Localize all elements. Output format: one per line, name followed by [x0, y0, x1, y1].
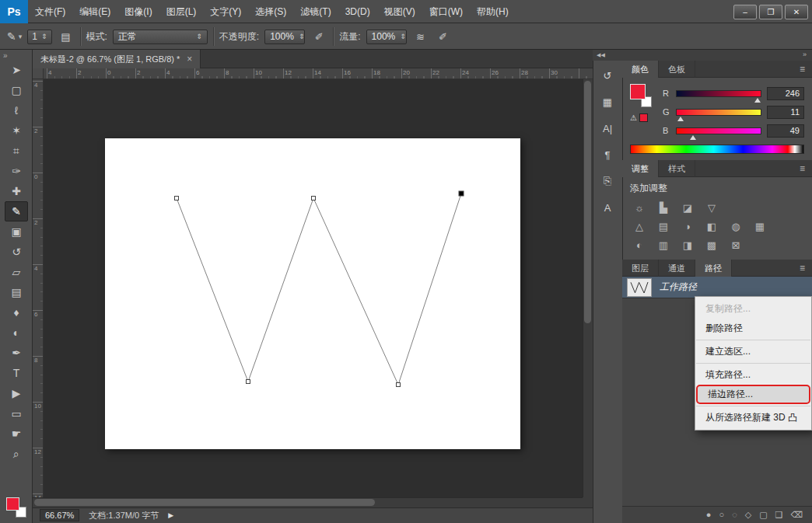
lasso-tool[interactable]: ℓ — [5, 100, 28, 120]
tab-close-icon[interactable]: × — [187, 54, 192, 65]
channel-value-field[interactable]: 246 — [767, 87, 804, 100]
add-mask-icon[interactable]: ▢ — [759, 510, 767, 520]
character-styles-panel-icon[interactable]: A — [596, 196, 619, 219]
context-menu-item[interactable]: 描边路径... — [696, 385, 810, 404]
menubar-item[interactable]: 文字(Y) — [203, 0, 248, 23]
threshold-icon[interactable]: ◨ — [678, 238, 697, 253]
foreground-color-swatch[interactable] — [6, 497, 19, 511]
slider-thumb-icon[interactable] — [754, 98, 761, 103]
horizontal-scrollbar-thumb[interactable] — [34, 499, 375, 506]
hand-tool[interactable]: ☛ — [5, 424, 28, 444]
menubar-item[interactable]: 编辑(E) — [72, 0, 117, 23]
pressure-opacity-icon[interactable]: ✐ — [310, 29, 327, 44]
paragraph-panel-icon[interactable]: ¶ — [596, 143, 619, 166]
canvas[interactable] — [105, 138, 520, 449]
panel-color-swatches[interactable] — [630, 84, 653, 107]
opacity-select[interactable]: 100% ⇕ — [264, 30, 305, 44]
menubar-item[interactable]: 3D(D) — [338, 0, 377, 23]
gamut-warning[interactable]: ⚠ — [630, 113, 655, 122]
tab-styles[interactable]: 样式 — [659, 160, 695, 177]
panel-menu-icon[interactable]: ≡ — [793, 61, 812, 78]
channel-slider[interactable] — [676, 109, 761, 116]
menubar-item[interactable]: 帮助(H) — [470, 0, 516, 23]
channel-slider[interactable] — [676, 127, 761, 134]
maximize-button[interactable]: ❐ — [759, 5, 782, 19]
selective-color-icon[interactable]: ⊠ — [726, 238, 745, 253]
vertical-scrollbar-thumb[interactable] — [584, 81, 591, 323]
color-balance-icon[interactable]: ◑ — [678, 219, 697, 234]
levels-icon[interactable]: ▙ — [654, 200, 673, 215]
brush-size-field[interactable]: 1 ⇕ — [27, 30, 51, 44]
spot-healing-brush-tool[interactable]: ✚ — [5, 181, 28, 201]
menubar-item[interactable]: 窗口(W) — [422, 0, 470, 23]
vertical-scrollbar[interactable] — [583, 79, 593, 497]
hue-saturation-icon[interactable]: ▤ — [654, 219, 673, 234]
minimize-button[interactable]: – — [733, 5, 757, 19]
work-path-row[interactable]: 工作路径 — [622, 277, 812, 298]
blur-tool[interactable]: ♦ — [5, 302, 28, 323]
menubar-item[interactable]: 文件(F) — [28, 0, 72, 23]
invert-icon[interactable]: ◐ — [630, 238, 649, 253]
tab-color[interactable]: 颜色 — [622, 61, 659, 78]
clone-stamp-tool[interactable]: ▣ — [5, 221, 28, 242]
dodge-tool[interactable]: ◐ — [5, 323, 28, 343]
quick-selection-tool[interactable]: ✶ — [5, 120, 28, 141]
slider-thumb-icon[interactable] — [690, 135, 696, 140]
status-menu-icon[interactable]: ▶ — [168, 511, 173, 519]
canvas-viewport[interactable] — [44, 79, 583, 497]
posterize-icon[interactable]: ▥ — [654, 238, 673, 253]
eyedropper-tool[interactable]: ✑ — [5, 161, 28, 181]
context-menu-item[interactable]: 填充路径... — [695, 365, 811, 385]
brush-panel-toggle-icon[interactable]: ▤ — [58, 29, 75, 44]
menubar-item[interactable]: 视图(V) — [377, 0, 422, 23]
new-path-icon[interactable]: ❑ — [775, 510, 783, 520]
brush-size-spinner-icon[interactable]: ⇕ — [41, 33, 47, 40]
vibrance-icon[interactable]: △ — [630, 219, 649, 234]
channel-value-field[interactable]: 49 — [767, 124, 804, 138]
black-white-icon[interactable]: ◧ — [702, 219, 721, 234]
toolbar-collapse-icon[interactable]: » — [0, 50, 11, 60]
stroke-path-icon[interactable]: ○ — [719, 510, 724, 519]
tab-channels[interactable]: 通道 — [659, 260, 695, 277]
channel-value-field[interactable]: 11 — [767, 106, 804, 119]
close-button[interactable]: ✕ — [785, 5, 808, 19]
gradient-tool[interactable]: ▤ — [5, 282, 28, 302]
channel-slider[interactable] — [676, 90, 761, 97]
horizontal-scrollbar[interactable] — [33, 497, 583, 507]
history-brush-tool[interactable]: ↺ — [5, 242, 28, 262]
tool-preset-icon[interactable]: ✎ — [7, 30, 16, 43]
flow-select[interactable]: 100% ⇕ — [366, 30, 407, 44]
tab-adjustments[interactable]: 调整 — [622, 160, 659, 177]
channel-mixer-icon[interactable]: ▦ — [751, 219, 769, 234]
curves-icon[interactable]: ◪ — [678, 200, 697, 215]
panels-collapse-icon[interactable]: » — [622, 50, 812, 61]
photo-filter-icon[interactable]: ◍ — [726, 219, 745, 234]
tab-paths[interactable]: 路径 — [695, 260, 732, 277]
airbrush-icon[interactable]: ≋ — [412, 29, 429, 44]
exposure-icon[interactable]: ▽ — [702, 200, 721, 215]
tab-swatches[interactable]: 色板 — [659, 61, 695, 78]
move-tool[interactable]: ➤ — [5, 60, 28, 80]
mode-select[interactable]: 正常 ⇕ — [113, 30, 208, 44]
crop-tool[interactable]: ⌗ — [5, 141, 28, 161]
rectangular-marquee-tool[interactable]: ▢ — [5, 80, 28, 100]
menubar-item[interactable]: 选择(S) — [248, 0, 293, 23]
zoom-field[interactable]: 66.67% — [40, 509, 79, 521]
load-path-selection-icon[interactable]: ◌ — [732, 510, 737, 519]
panel-menu-icon[interactable]: ≡ — [793, 260, 812, 277]
gradient-map-icon[interactable]: ▩ — [702, 238, 721, 253]
brush-tool[interactable]: ✎ — [5, 201, 28, 221]
menubar-item[interactable]: 图像(I) — [117, 0, 159, 23]
fill-path-icon[interactable]: ● — [706, 510, 712, 519]
tab-layers[interactable]: 图层 — [622, 260, 659, 277]
delete-path-icon[interactable]: ⌫ — [790, 510, 803, 520]
brightness-contrast-icon[interactable]: ☼ — [630, 200, 649, 215]
document-tab[interactable]: 未标题-2 @ 66.7% (图层 1, RGB/8) * × — [33, 50, 201, 68]
pressure-size-icon[interactable]: ✐ — [435, 29, 452, 44]
pen-tool[interactable]: ✒ — [5, 343, 28, 363]
character-panel-icon[interactable]: A| — [596, 117, 619, 140]
zoom-tool[interactable]: ⌕ — [5, 444, 28, 464]
type-tool[interactable]: T — [5, 363, 28, 383]
menubar-item[interactable]: 图层(L) — [159, 0, 204, 23]
color-spectrum-ramp[interactable] — [630, 145, 804, 154]
